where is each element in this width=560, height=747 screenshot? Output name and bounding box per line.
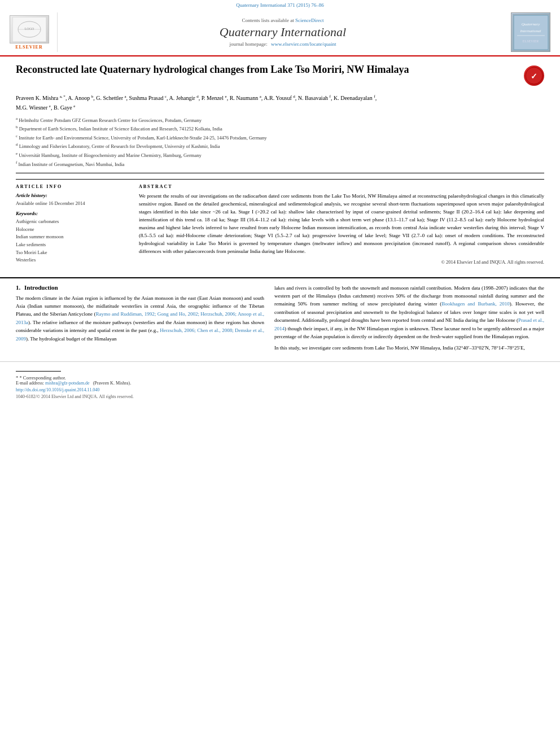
affil-d: d Limnology and Fisheries Laboratory, Ce… (16, 142, 544, 150)
ref-herzschuh: Herzschuh, 2006; Chen et al., 2008; Dems… (16, 327, 264, 341)
article-content: Reconstructed late Quaternary hydrologic… (0, 56, 560, 277)
author-yousuf: A.R. Yousuf d, (264, 95, 298, 101)
body-two-col: 1. Introduction The modern climate in th… (0, 284, 560, 356)
qi-logo-svg: Quaternary International ELSEVIER (513, 14, 549, 51)
affil-a: a Helmholtz Centre Potsdam GFZ German Re… (16, 116, 544, 124)
keyword-tso: Tso Moriri Lake (16, 249, 129, 257)
keywords-label: Keywords: (16, 211, 129, 216)
article-info-column: ARTICLE INFO Article history: Available … (16, 184, 129, 265)
copyright-line: © 2014 Elsevier Ltd and INQUA. All right… (139, 259, 544, 265)
author-anoop: A. Anoop b, (68, 95, 96, 101)
author-wiesner: M.G. Wiesner e, (16, 104, 54, 111)
keyword-sediments: Lake sediments (16, 241, 129, 249)
email-label: E-mail address: (16, 381, 44, 386)
affiliations-section: a Helmholtz Centre Potsdam GFZ German Re… (16, 116, 544, 173)
author-naumann: R. Naumann a, (230, 95, 264, 101)
affil-f: f Indian Institute of Geomagnetism, Navi… (16, 160, 544, 168)
footer-divider (16, 371, 61, 372)
article-title-section: Reconstructed late Quaternary hydrologic… (16, 63, 544, 89)
intro-para3: In this study, we investigate core sedim… (274, 344, 544, 352)
sciencedirect-prefix: Contents lists available at (242, 18, 294, 23)
section-divider (0, 277, 560, 278)
svg-text:LOGO: LOGO (24, 27, 34, 30)
email-author-name: (Praveen K. Mishra). (93, 381, 132, 386)
email-address[interactable]: mishra@gfz-potsdam.de (45, 381, 90, 386)
article-info-heading: ARTICLE INFO (16, 184, 129, 189)
sciencedirect-line: Contents lists available at ScienceDirec… (242, 18, 324, 23)
author-praveen: Praveen K. Mishra a, *, (16, 95, 68, 101)
crossmark-svg: ✓ (525, 67, 543, 85)
svg-text:ELSEVIER: ELSEVIER (522, 40, 538, 43)
abstract-column: ABSTRACT We present the results of our i… (139, 184, 544, 265)
author-jehangir: A. Jehangir d, (169, 95, 202, 101)
keyword-westerlies: Westerlies (16, 256, 129, 264)
doi-line: http://dx.doi.org/10.1016/j.quaint.2014.… (16, 387, 544, 392)
elsevier-logo-svg: LOGO (12, 17, 46, 42)
author-deenadayalan: K. Deenadayalan f, (334, 95, 377, 101)
affil-b: b Department of Earth Sciences, Indian I… (16, 124, 544, 133)
journal-logo-right: Quaternary International ELSEVIER (508, 12, 553, 52)
article-history-label: Article history: (16, 193, 129, 198)
intro-para1: The modern climate in the Asian region i… (16, 294, 264, 343)
doi-link[interactable]: http://dx.doi.org/10.1016/j.quaint.2014.… (16, 387, 99, 392)
journal-issue-text: Quaternary International 371 (2015) 76–8… (236, 2, 323, 8)
affil-c: c Institute for Earth- and Environmental… (16, 133, 544, 142)
svg-text:Quaternary: Quaternary (521, 22, 540, 27)
ref-bookhagen: Bookhagen and Burbank, 2010 (441, 301, 509, 307)
ref-raymo: Raymo and Ruddiman, 1992; Gong and Ho, 2… (16, 311, 264, 325)
abstract-text: We present the results of our investigat… (139, 193, 544, 256)
elsevier-wordmark: ELSEVIER (15, 45, 42, 50)
journal-header: LOGO ELSEVIER Contents lists available a… (0, 9, 560, 56)
sciencedirect-link[interactable]: ScienceDirect (295, 18, 323, 23)
email-line: E-mail address: mishra@gfz-potsdam.de (P… (16, 381, 544, 386)
page-footer: * * Corresponding author. E-mail address… (0, 361, 560, 403)
body-left-col: 1. Introduction The modern climate in th… (16, 284, 264, 356)
body-right-col: lakes and rivers is controlled by both t… (274, 284, 544, 356)
authors-section: Praveen K. Mishra a, *, A. Anoop b, G. S… (16, 94, 544, 112)
abstract-heading: ABSTRACT (139, 184, 544, 189)
homepage-link[interactable]: www.elsevier.com/locate/quaint (271, 41, 336, 47)
article-title: Reconstructed late Quaternary hydrologic… (16, 63, 409, 76)
intro-title: Introduction (24, 284, 58, 291)
corresponding-text: * Corresponding author. (19, 375, 65, 381)
affil-e: e Universität Hamburg, Institute of Biog… (16, 151, 544, 159)
elsevier-logo-block: LOGO ELSEVIER (7, 12, 58, 52)
homepage-prefix: journal homepage: (230, 41, 268, 47)
journal-center-header: Contents lists available at ScienceDirec… (63, 12, 502, 52)
homepage-line: journal homepage: www.elsevier.com/locat… (230, 41, 336, 47)
qi-logo-placeholder: Quaternary International ELSEVIER (511, 12, 550, 52)
author-menzel: P. Menzel e, (202, 95, 230, 101)
elsevier-logo-image: LOGO (10, 15, 49, 43)
journal-issue-label: Quaternary International 371 (2015) 76–8… (0, 0, 560, 9)
journal-title: Quaternary International (220, 25, 346, 40)
author-sushma: Sushma Prasad c, (129, 95, 169, 101)
available-online: Available online 16 December 2014 (16, 200, 129, 206)
author-gaye: B. Gaye e (54, 104, 75, 111)
intro-number: 1. (16, 284, 20, 291)
author-schettler: G. Schettler a, (96, 95, 129, 101)
author-basavaiah: N. Basavaiah f, (298, 95, 334, 101)
intro-para2: lakes and rivers is controlled by both t… (274, 284, 544, 341)
article-info-abstract-section: ARTICLE INFO Article history: Available … (16, 179, 544, 265)
crossmark-logo: ✓ (524, 65, 544, 86)
issn-line: 1040-6182/© 2014 Elsevier Ltd and INQUA.… (16, 394, 544, 399)
svg-text:International: International (519, 29, 541, 33)
keyword-authigenic: Authigenic carbonates (16, 218, 129, 226)
page: Quaternary International 371 (2015) 76–8… (0, 0, 560, 747)
corresponding-note: * * Corresponding author. (16, 375, 544, 381)
keyword-monsoon: Indian summer monsoon (16, 233, 129, 241)
intro-heading: 1. Introduction (16, 284, 264, 291)
ref-prasad: Prasad et al., 2014 (274, 317, 544, 331)
keyword-holocene: Holocene (16, 226, 129, 234)
svg-text:✓: ✓ (531, 72, 537, 81)
